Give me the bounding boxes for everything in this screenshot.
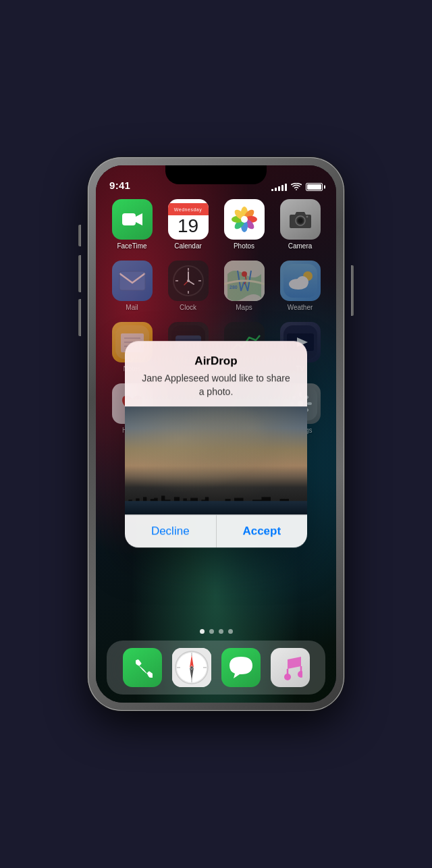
volume-down-button[interactable] (78, 299, 81, 336)
modal-message: Jane Appleseed would like to share a pho… (138, 372, 294, 398)
app-label-maps: Maps (236, 304, 252, 311)
svg-rect-15 (119, 271, 145, 290)
modal-buttons: Decline Accept (125, 514, 307, 547)
dock-icon-safari[interactable] (172, 648, 211, 687)
decline-button[interactable]: Decline (125, 515, 217, 547)
svg-point-14 (306, 216, 308, 218)
wifi-icon (291, 183, 302, 191)
page-dot-1[interactable] (200, 629, 205, 634)
app-label-weather: Weather (288, 304, 313, 311)
app-icon-maps[interactable]: 280 Maps (221, 261, 267, 311)
signal-icon (271, 183, 287, 191)
app-label-clock: Clock (180, 304, 196, 311)
svg-point-25 (187, 279, 190, 282)
app-icon-photos[interactable]: Photos (221, 199, 267, 250)
screen: 9:41 (96, 165, 336, 703)
dock-icon-music[interactable] (271, 648, 310, 687)
svg-point-72 (284, 674, 291, 680)
phone-frame: 9:41 (88, 157, 344, 711)
app-icon-camera[interactable]: Camera (277, 199, 323, 250)
status-time: 9:41 (109, 180, 130, 191)
svg-marker-1 (136, 213, 142, 225)
cal-date: 19 (178, 217, 198, 236)
modal-preview-image (125, 406, 307, 514)
svg-text:280: 280 (230, 285, 238, 290)
page-dot-2[interactable] (209, 629, 214, 634)
page-dots (96, 629, 336, 634)
svg-point-10 (241, 216, 248, 223)
dock (107, 641, 325, 695)
app-label-mail: Mail (126, 304, 138, 311)
app-label-facetime: FaceTime (117, 242, 146, 250)
svg-rect-55 (307, 402, 312, 405)
app-label-calendar: Calendar (174, 242, 202, 250)
volume-up-button[interactable] (78, 255, 81, 292)
airdrop-modal: AirDrop Jane Appleseed would like to sha… (125, 341, 307, 547)
modal-header: AirDrop Jane Appleseed would like to sha… (125, 341, 307, 406)
dock-icon-phone[interactable] (123, 648, 162, 687)
app-icon-clock[interactable]: Clock (165, 261, 211, 311)
page-dot-3[interactable] (219, 629, 223, 634)
power-button[interactable] (351, 265, 354, 316)
mute-button[interactable] (78, 225, 81, 246)
dock-icon-messages[interactable] (221, 648, 261, 687)
app-icon-weather[interactable]: Weather (277, 261, 323, 311)
svg-point-73 (298, 671, 302, 678)
cal-day-name: Wednesday (174, 207, 202, 212)
app-icon-mail[interactable]: Mail (109, 261, 155, 311)
app-icon-facetime[interactable]: FaceTime (109, 199, 155, 250)
app-icon-calendar[interactable]: Wednesday 19 Calendar (165, 199, 211, 250)
notch (165, 165, 267, 184)
accept-button[interactable]: Accept (217, 515, 308, 547)
svg-point-69 (190, 666, 193, 669)
app-label-photos: Photos (234, 242, 254, 250)
battery-icon (306, 183, 323, 191)
page-dot-4[interactable] (228, 629, 233, 634)
status-icons (271, 183, 323, 191)
modal-title: AirDrop (138, 354, 294, 368)
svg-point-13 (298, 219, 302, 223)
phone-inner: 9:41 (96, 165, 336, 703)
svg-rect-0 (122, 213, 136, 225)
svg-point-33 (296, 276, 308, 288)
app-label-camera: Camera (288, 242, 313, 250)
